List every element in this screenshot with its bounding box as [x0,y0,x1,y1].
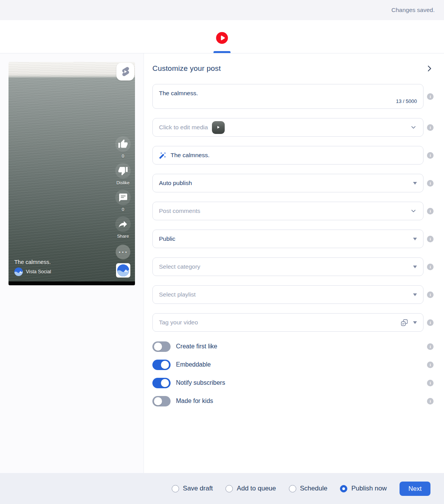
playlist-row: Select playlist [152,285,434,304]
ai-title-field[interactable]: The calmness. [152,146,424,165]
thumbs-down-icon [118,166,128,176]
ai-title-value: The calmness. [171,152,210,159]
channel-name: Vista Social [26,269,51,274]
category-placeholder: Select category [159,263,200,270]
publish-now-label: Publish now [351,485,387,492]
top-status-bar: Changes saved. [0,0,444,20]
youtube-icon [216,32,228,44]
made-for-kids-row: Made for kids [152,396,434,406]
comment-count: 0 [122,207,124,212]
customize-form-panel: Customize your post The calmness. 13 / 5… [144,53,444,473]
play-icon [215,125,221,130]
youtube-shorts-badge [116,63,134,81]
toggle-label: Create first like [176,343,217,350]
post-title-input[interactable]: The calmness. 13 / 5000 [152,84,424,109]
collapse-panel-button[interactable] [425,64,434,73]
radio-icon [289,485,296,492]
publish-mode-row: Auto publish [152,174,434,192]
character-counter: 13 / 5000 [159,98,417,104]
caret-down-icon [413,293,417,296]
edit-media-label: Click to edit media [159,124,208,131]
network-tabstrip [0,20,444,53]
active-tab-indicator [213,51,231,53]
share-arrow-icon [118,219,128,229]
tags-row: Tag your video [152,313,434,332]
publish-options-footer: Save draft Add to queue Schedule Publish… [0,473,444,504]
notify-subscribers-toggle[interactable] [152,378,171,388]
thumbs-up-icon [118,139,128,149]
visibility-row: Public [152,230,434,248]
post-comments-placeholder: Post comments [159,207,200,214]
save-draft-label: Save draft [183,485,213,492]
comment-icon [118,193,128,202]
add-to-queue-option[interactable]: Add to queue [225,485,276,492]
info-icon[interactable] [427,319,434,326]
publish-mode-select[interactable]: Auto publish [152,174,424,192]
playlist-placeholder: Select playlist [159,291,196,298]
info-icon[interactable] [427,398,434,405]
shorts-icon [120,66,131,77]
tab-youtube[interactable] [210,20,234,53]
chevron-right-icon [425,64,434,73]
schedule-option[interactable]: Schedule [289,485,328,492]
visibility-value: Public [159,235,175,242]
video-title-overlay: The calmness. [14,259,51,265]
info-icon[interactable] [427,343,434,350]
share-label: Share [117,234,129,238]
category-select[interactable]: Select category [152,257,424,276]
dislike-button [115,163,131,178]
copy-check-icon[interactable] [400,319,408,327]
info-icon[interactable] [427,93,434,100]
like-count: 0 [122,154,124,158]
post-comments-row: Post comments [152,202,434,220]
toggle-label: Notify subscribers [176,379,225,386]
schedule-label: Schedule [300,485,328,492]
preview-action-rail: 0 Dislike 0 [114,136,132,259]
category-row: Select category [152,257,434,276]
notify-subscribers-row: Notify subscribers [152,377,434,388]
next-button[interactable]: Next [400,482,430,496]
media-row: Click to edit media [152,118,434,137]
dislike-label: Dislike [116,180,130,185]
info-icon[interactable] [427,152,434,159]
publish-now-option[interactable]: Publish now [340,485,387,492]
tags-placeholder: Tag your video [159,319,198,326]
post-title-value: The calmness. [159,90,417,97]
info-icon[interactable] [427,236,434,242]
info-icon[interactable] [427,380,434,386]
radio-icon [225,485,233,492]
create-first-like-toggle[interactable] [152,341,171,352]
playlist-select[interactable]: Select playlist [152,285,424,304]
save-draft-option[interactable]: Save draft [172,485,213,492]
add-to-queue-label: Add to queue [237,485,276,492]
chevron-down-icon [410,124,417,131]
info-icon[interactable] [427,208,434,214]
media-thumbnail[interactable] [212,121,225,134]
info-icon[interactable] [427,291,434,298]
info-icon[interactable] [427,180,434,187]
caret-down-icon [413,238,417,240]
info-icon[interactable] [427,264,434,270]
magic-wand-icon[interactable] [159,152,166,159]
tags-input[interactable]: Tag your video [152,313,424,332]
visibility-select[interactable]: Public [152,230,424,248]
channel-row: Vista Social [14,267,51,276]
like-button [115,136,131,152]
toggle-label: Embeddable [176,361,211,368]
caret-down-icon [413,266,417,268]
video-preview: 0 Dislike 0 [9,62,135,285]
chevron-down-icon [410,207,417,214]
edit-media-field[interactable]: Click to edit media [152,118,424,137]
video-progress-bar [9,281,135,285]
title-row: The calmness. 13 / 5000 [152,84,434,109]
made-for-kids-toggle[interactable] [152,396,171,406]
embeddable-toggle[interactable] [152,360,171,370]
post-comments-select[interactable]: Post comments [152,202,424,220]
info-icon[interactable] [427,362,434,368]
vista-social-logo [117,264,129,276]
info-icon[interactable] [427,124,434,131]
toggle-section: Create first like Embeddable Notify subs… [152,341,434,406]
caret-down-icon [413,321,417,324]
publish-mode-value: Auto publish [159,180,192,187]
channel-avatar [14,267,23,276]
